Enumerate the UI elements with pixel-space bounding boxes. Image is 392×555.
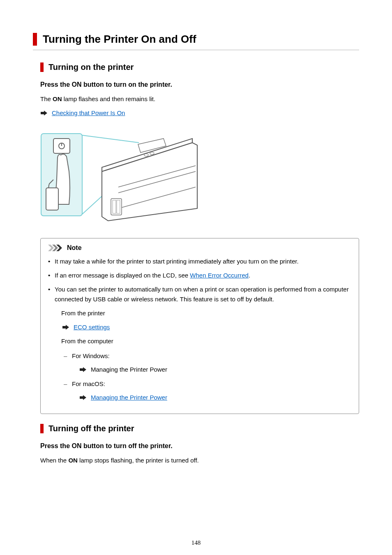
lamp-off-text: When the ON lamp stops flashing, the pri… bbox=[40, 456, 359, 465]
note-chevrons-icon bbox=[48, 245, 64, 251]
for-macos-label: For macOS: bbox=[72, 380, 105, 387]
lamp-off-prefix: When the bbox=[40, 457, 68, 464]
note-item-3: You can set the printer to automatically… bbox=[48, 284, 351, 403]
section-on-heading-container: Turning on the printer bbox=[40, 62, 359, 72]
arrow-right-icon bbox=[79, 395, 87, 400]
note-header: Note bbox=[48, 244, 351, 252]
eco-link-row: ECO settings bbox=[62, 322, 351, 332]
svg-rect-13 bbox=[113, 200, 116, 213]
arrow-right-icon bbox=[79, 367, 87, 372]
link-eco-settings[interactable]: ECO settings bbox=[74, 322, 110, 332]
section-off-heading: Turning off the printer bbox=[48, 424, 359, 433]
os-list: For Windows: Managing the Printer Power … bbox=[64, 350, 351, 403]
svg-rect-14 bbox=[117, 200, 120, 213]
lamp-on-prefix: The bbox=[40, 95, 53, 102]
note-list: It may take a while for the printer to s… bbox=[48, 257, 351, 403]
link-check-power[interactable]: Checking that Power Is On bbox=[52, 109, 125, 116]
step-off-title: Press the ON button to turn off the prin… bbox=[40, 442, 359, 450]
lamp-on-bold: ON bbox=[53, 95, 62, 102]
svg-line-1 bbox=[82, 135, 139, 143]
note-item-3-text: You can set the printer to automatically… bbox=[55, 286, 349, 303]
section-off-heading-container: Turning off the printer bbox=[40, 424, 359, 433]
page-title: Turning the Printer On and Off bbox=[43, 33, 359, 46]
svg-rect-6 bbox=[46, 188, 58, 210]
lamp-on-text: The ON lamp flashes and then remains lit… bbox=[40, 94, 359, 104]
link-managing-printer-power-mac[interactable]: Managing the Printer Power bbox=[91, 392, 167, 403]
document-page: Turning the Printer On and Off Turning o… bbox=[0, 0, 392, 555]
arrow-right-icon bbox=[62, 324, 69, 330]
link-row-check-power: Checking that Power Is On bbox=[40, 109, 359, 116]
for-windows-label: For Windows: bbox=[72, 352, 110, 359]
note-item-2-prefix: If an error message is displayed on the … bbox=[55, 272, 190, 279]
for-macos-item: For macOS: Managing the Printer Power bbox=[64, 378, 351, 403]
note-item-1: It may take a while for the printer to s… bbox=[48, 257, 351, 266]
link-when-error-occurred[interactable]: When Error Occurred bbox=[190, 272, 249, 279]
step-on-title: Press the ON button to turn on the print… bbox=[40, 81, 359, 88]
lamp-off-bold: ON bbox=[68, 457, 78, 464]
section-on-heading: Turning on the printer bbox=[48, 62, 359, 72]
arrow-right-icon bbox=[40, 110, 48, 116]
from-printer-label: From the printer bbox=[61, 308, 351, 318]
managing-win-row: Managing the Printer Power bbox=[79, 364, 351, 375]
note-item-2-suffix: . bbox=[249, 272, 250, 279]
section-on-body: Press the ON button to turn on the print… bbox=[40, 81, 359, 414]
title-underline bbox=[33, 50, 359, 50]
for-windows-item: For Windows: Managing the Printer Power bbox=[64, 350, 351, 375]
section-off-body: Press the ON button to turn off the prin… bbox=[40, 442, 359, 465]
page-title-container: Turning the Printer On and Off bbox=[33, 33, 359, 46]
managing-printer-power-win: Managing the Printer Power bbox=[91, 364, 167, 375]
note-title: Note bbox=[67, 244, 82, 252]
from-computer-label: From the computer bbox=[61, 336, 351, 346]
lamp-off-suffix: lamp stops flashing, the printer is turn… bbox=[78, 457, 199, 464]
page-number: 148 bbox=[33, 539, 359, 546]
note-item-2: If an error message is displayed on the … bbox=[48, 271, 351, 280]
lamp-on-suffix: lamp flashes and then remains lit. bbox=[62, 95, 156, 102]
printer-on-illustration bbox=[40, 126, 201, 225]
note-box: Note It may take a while for the printer… bbox=[40, 238, 359, 414]
managing-mac-row: Managing the Printer Power bbox=[79, 392, 351, 403]
